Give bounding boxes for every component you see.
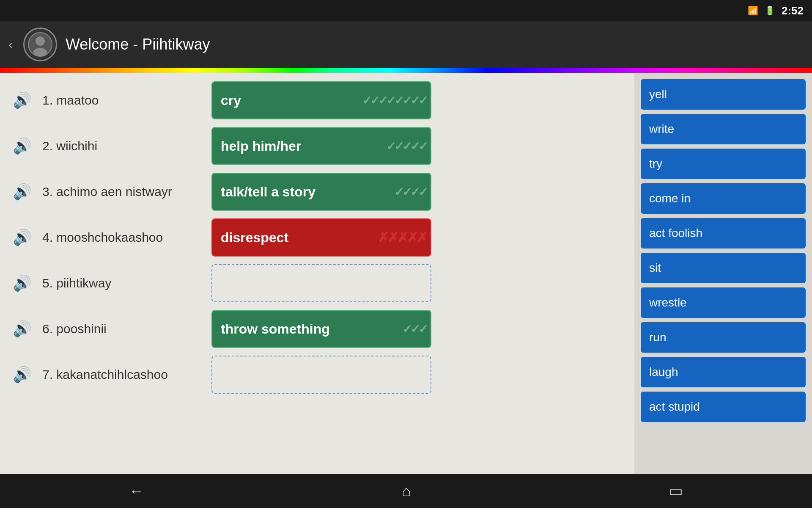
word-row: 🔊2. wiichihihelp him/her✓✓✓✓✓ [13, 127, 622, 165]
word-label: 6. pooshinii [42, 322, 203, 336]
word-label: 1. maatoo [42, 93, 203, 108]
answer-box[interactable]: help him/her✓✓✓✓✓ [211, 127, 431, 165]
word-label: 5. piihtikway [42, 276, 203, 290]
choice-button[interactable]: sit [641, 253, 806, 283]
word-row: 🔊6. pooshiniithrow something✓✓✓ [13, 310, 622, 348]
answer-text: cry [221, 93, 241, 108]
answer-box[interactable]: cry✓✓✓✓✓✓✓✓ [211, 81, 431, 119]
speaker-icon[interactable]: 🔊 [13, 320, 34, 338]
back-arrow-icon[interactable]: ‹ [8, 37, 13, 52]
app-title: Welcome - Piihtikway [66, 36, 210, 53]
speaker-icon[interactable]: 🔊 [13, 91, 34, 109]
rainbow-bar [0, 68, 812, 73]
choice-button[interactable]: act foolish [641, 218, 806, 248]
speaker-icon[interactable]: 🔊 [13, 366, 34, 384]
speaker-icon[interactable]: 🔊 [13, 137, 34, 155]
check-marks: ✓✓✓✓✓ [386, 139, 426, 153]
svg-point-2 [33, 48, 47, 56]
speaker-icon[interactable]: 🔊 [13, 229, 34, 246]
word-label: 7. kakanatchihlcashoo [42, 367, 203, 382]
svg-point-1 [36, 36, 45, 46]
choice-button[interactable]: try [641, 149, 806, 179]
choice-button[interactable]: yell [641, 79, 806, 110]
back-nav-button[interactable]: ← [116, 478, 157, 504]
choice-button[interactable]: run [641, 322, 806, 353]
word-list-panel: 🔊1. maatoocry✓✓✓✓✓✓✓✓🔊2. wiichihihelp hi… [0, 73, 634, 474]
nav-bar: ← ⌂ ▭ [0, 474, 812, 508]
battery-icon: 🔋 [765, 6, 775, 16]
app-header: ‹ Welcome - Piihtikway [0, 21, 812, 68]
answer-text: throw something [221, 321, 330, 337]
answer-text: disrespect [221, 230, 288, 246]
status-bar: 📶 🔋 2:52 [0, 0, 812, 21]
word-label: 4. mooshchokaashoo [42, 230, 203, 245]
answer-text: help him/her [221, 138, 301, 154]
word-label: 3. achimo aen nistwayr [42, 185, 203, 199]
logo-icon [27, 32, 53, 57]
time-display: 2:52 [782, 4, 804, 17]
answer-box[interactable] [211, 264, 431, 302]
word-choices-panel: yellwritetrycome inact foolishsitwrestle… [634, 73, 812, 474]
word-label: 2. wiichihi [42, 139, 203, 153]
check-marks: ✓✓✓ [402, 322, 426, 336]
choice-button[interactable]: write [641, 114, 806, 144]
answer-box[interactable]: throw something✓✓✓ [211, 310, 431, 348]
word-row: 🔊3. achimo aen nistwayrtalk/tell a story… [13, 173, 622, 211]
app-logo [23, 28, 57, 61]
wifi-icon: 📶 [748, 6, 758, 16]
home-nav-button[interactable]: ⌂ [389, 478, 424, 504]
word-row: 🔊5. piihtikway [13, 264, 622, 302]
speaker-icon[interactable]: 🔊 [13, 183, 34, 201]
wrong-marks: ✗✗✗✗✗ [378, 229, 426, 246]
answer-box[interactable] [211, 356, 431, 394]
choice-button[interactable]: wrestle [641, 287, 806, 318]
check-marks: ✓✓✓✓✓✓✓✓ [362, 94, 426, 108]
answer-box[interactable]: disrespect✗✗✗✗✗ [211, 218, 431, 257]
main-content: 🔊1. maatoocry✓✓✓✓✓✓✓✓🔊2. wiichihihelp hi… [0, 73, 812, 474]
answer-box[interactable]: talk/tell a story✓✓✓✓ [211, 173, 431, 211]
answer-text: talk/tell a story [221, 184, 315, 200]
recent-nav-button[interactable]: ▭ [656, 478, 696, 504]
speaker-icon[interactable]: 🔊 [13, 274, 34, 292]
choice-button[interactable]: laugh [641, 357, 806, 387]
check-marks: ✓✓✓✓ [394, 185, 426, 199]
word-row: 🔊4. mooshchokaashoodisrespect✗✗✗✗✗ [13, 218, 622, 257]
word-row: 🔊7. kakanatchihlcashoo [13, 356, 622, 394]
word-row: 🔊1. maatoocry✓✓✓✓✓✓✓✓ [13, 81, 622, 119]
choice-button[interactable]: come in [641, 183, 806, 214]
choice-button[interactable]: act stupid [641, 392, 806, 422]
